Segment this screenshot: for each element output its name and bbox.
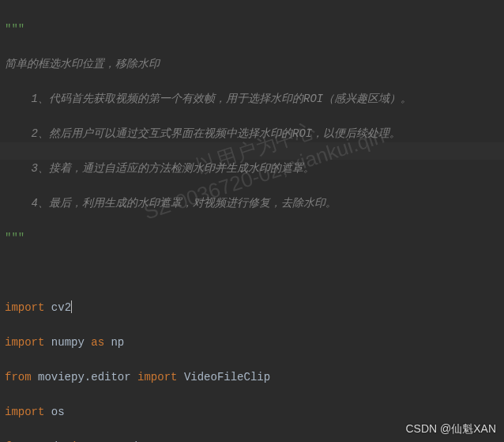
footer-watermark: CSDN @仙魁XAN (405, 420, 496, 437)
doc-num-1: 1、 (32, 93, 49, 105)
kw-import-numpy: import (5, 336, 44, 349)
name-vfc: VideoFileClip (184, 371, 270, 383)
text-caret (71, 300, 72, 313)
kw-import-moviepy: import (137, 371, 177, 383)
doc-item-2: 然后用户可以通过交互式界面在视频中选择水印的ROI，以便后续处理。 (49, 127, 401, 140)
doc-item-3: 接着，通过自适应的方法检测水印并生成水印的遮罩。 (49, 162, 314, 175)
triple-quote-bottom: """ (5, 232, 24, 244)
kw-import-cv2: import (5, 301, 44, 314)
triple-quote-top: """ (5, 23, 24, 36)
code-editor[interactable]: """ 简单的框选水印位置，移除水印 1、代码首先获取视频的第一个有效帧，用于选… (0, 0, 504, 442)
doc-item-1: 代码首先获取视频的第一个有效帧，用于选择水印的ROI（感兴趣区域）。 (49, 93, 412, 105)
doc-num-2: 2、 (32, 127, 49, 140)
mod-moviepy: moviepy.editor (38, 371, 131, 383)
kw-import-os: import (5, 406, 44, 418)
mod-cv2: cv2 (51, 301, 71, 314)
doc-item-4: 最后，利用生成的水印遮罩，对视频进行修复，去除水印。 (49, 197, 337, 210)
doc-line-1: 简单的框选水印位置，移除水印 (5, 58, 160, 70)
doc-num-3: 3、 (32, 162, 49, 175)
mod-os: os (51, 406, 65, 418)
kw-as: as (91, 336, 104, 349)
mod-numpy: numpy (51, 336, 85, 349)
doc-num-4: 4、 (32, 197, 49, 210)
alias-np: np (111, 336, 124, 349)
kw-from-moviepy: from (5, 371, 32, 383)
